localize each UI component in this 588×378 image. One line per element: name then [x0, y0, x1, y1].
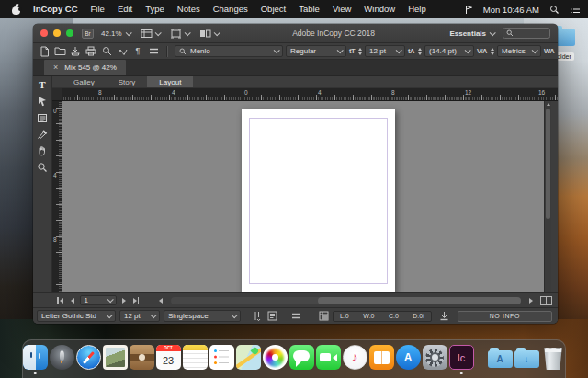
menu-type[interactable]: Type	[139, 0, 171, 18]
depth-value: D:0i	[413, 313, 424, 319]
dock-facetime[interactable]	[316, 345, 341, 370]
spotlight-search-icon[interactable]	[549, 5, 560, 15]
horizontal-scrollbar[interactable]	[171, 297, 521, 304]
open-document-button[interactable]	[53, 45, 66, 57]
dock-finder[interactable]	[23, 345, 48, 370]
writing-direction-icon[interactable]	[252, 311, 263, 322]
menu-clock[interactable]: Mon 10:46 AM	[483, 5, 539, 15]
depth-ruler-icon[interactable]	[439, 311, 450, 322]
appstore-glyph: A	[396, 345, 421, 370]
dock-launchpad[interactable]	[50, 345, 74, 370]
dock-itunes[interactable]: ♪	[343, 345, 368, 370]
notification-center-icon[interactable]	[570, 5, 581, 14]
page-number-dropdown[interactable]: 1	[80, 295, 117, 305]
font-size-stepper[interactable]	[358, 48, 362, 55]
scroll-left-arrow[interactable]	[157, 298, 164, 304]
dock-incopy[interactable]: Ic	[449, 345, 474, 370]
document-tab[interactable]: × Mix 545 @ 42%	[44, 60, 126, 75]
track-changes-button[interactable]	[147, 45, 160, 57]
first-page-button[interactable]	[55, 297, 65, 304]
eyedropper-tool[interactable]	[35, 128, 51, 141]
screen-mode-dropdown[interactable]	[167, 29, 192, 39]
dock-calendar[interactable]: OCT23	[156, 345, 181, 370]
view-tab-story[interactable]: Story	[107, 76, 148, 87]
horizontal-ruler: 840481216	[62, 88, 558, 101]
dock-system-preferences[interactable]	[423, 345, 447, 370]
menu-file[interactable]: File	[85, 0, 111, 18]
menu-table[interactable]: Table	[292, 0, 326, 18]
story-editor-icon[interactable]	[266, 311, 277, 322]
menu-object[interactable]: Object	[254, 0, 292, 18]
new-document-button[interactable]	[38, 45, 51, 57]
bridge-button[interactable]: Br	[82, 29, 94, 39]
dock-ibooks[interactable]	[369, 345, 394, 370]
leading-stepper[interactable]	[418, 48, 422, 55]
status-spacing-dropdown[interactable]: Singlespace	[164, 310, 241, 322]
dock-folder-downloads[interactable]: ↓	[514, 345, 539, 370]
hand-tool[interactable]	[35, 144, 51, 157]
dock-messages[interactable]	[289, 345, 314, 370]
apple-menu-icon[interactable]	[11, 4, 21, 15]
dock-appstore[interactable]: A	[396, 345, 421, 370]
scroll-right-arrow[interactable]	[527, 298, 535, 304]
hidden-characters-button[interactable]: ¶	[131, 45, 144, 57]
menu-help[interactable]: Help	[401, 0, 433, 18]
view-options-dropdown[interactable]	[138, 29, 163, 39]
galley-info-icon[interactable]	[290, 311, 301, 322]
menu-notes[interactable]: Notes	[171, 0, 207, 18]
menu-window[interactable]: Window	[357, 0, 401, 18]
font-style-dropdown[interactable]: Regular	[286, 45, 346, 57]
view-tab-layout[interactable]: Layout	[147, 76, 193, 87]
zoom-level-dropdown[interactable]: 42.1%	[98, 29, 133, 38]
flag-icon[interactable]	[464, 5, 473, 15]
menu-edit[interactable]: Edit	[111, 0, 139, 18]
spread-view-icon[interactable]	[540, 296, 552, 305]
kerning-dropdown[interactable]: Metrics	[497, 45, 541, 57]
dock-folder-applications[interactable]: A	[488, 345, 513, 370]
search-field[interactable]	[503, 28, 550, 39]
previous-page-button[interactable]	[69, 298, 76, 304]
print-button[interactable]	[85, 45, 97, 57]
menu-changes[interactable]: Changes	[207, 0, 254, 18]
arrange-documents-dropdown[interactable]	[197, 29, 221, 39]
document-page[interactable]	[242, 109, 395, 292]
dock-trash[interactable]	[541, 345, 566, 370]
dock-notes[interactable]	[183, 345, 208, 370]
next-page-button[interactable]	[120, 298, 128, 304]
type-tool[interactable]: T	[35, 78, 51, 91]
dock-photos[interactable]	[263, 345, 288, 370]
system-preferences-icon	[423, 345, 447, 370]
dock-contacts[interactable]	[130, 345, 154, 370]
kerning-stepper[interactable]	[491, 48, 494, 55]
vertical-scrollbar[interactable]	[544, 101, 551, 292]
position-tool[interactable]	[35, 95, 51, 108]
dock-safari[interactable]	[76, 345, 101, 370]
vertical-scroll-thumb[interactable]	[546, 109, 550, 219]
menu-view[interactable]: View	[326, 0, 357, 18]
font-family-combo[interactable]: Menlo	[175, 45, 283, 57]
dock-mail[interactable]	[103, 345, 128, 370]
spell-check-button[interactable]	[116, 45, 129, 57]
font-size-dropdown[interactable]: 12 pt	[365, 45, 405, 57]
grid-view-icon[interactable]	[318, 311, 329, 322]
save-button[interactable]	[69, 45, 82, 57]
horizontal-scroll-thumb[interactable]	[318, 297, 521, 304]
scroll-up-arrow[interactable]	[547, 103, 550, 106]
menu-incopy-cc[interactable]: InCopy CC	[27, 0, 85, 18]
zoom-tool[interactable]	[35, 161, 51, 174]
zoom-window-button[interactable]	[66, 29, 74, 37]
dock-reminders[interactable]	[209, 345, 234, 370]
status-size-dropdown[interactable]: 12 pt	[119, 310, 160, 322]
dock-maps[interactable]	[236, 345, 261, 370]
close-tab-icon[interactable]: ×	[53, 63, 58, 72]
note-tool[interactable]	[35, 111, 51, 124]
find-button[interactable]	[100, 45, 113, 57]
last-page-button[interactable]	[131, 297, 141, 304]
leading-dropdown[interactable]: (14.4 pt)	[424, 45, 474, 57]
view-tab-galley[interactable]: Galley	[62, 76, 107, 87]
minimize-window-button[interactable]	[53, 29, 61, 37]
workspace-switcher[interactable]: Essentials	[446, 29, 498, 38]
ruler-origin-box[interactable]	[52, 88, 62, 101]
status-font-dropdown[interactable]: Letter Gothic Std	[37, 310, 116, 322]
close-window-button[interactable]	[40, 29, 48, 37]
